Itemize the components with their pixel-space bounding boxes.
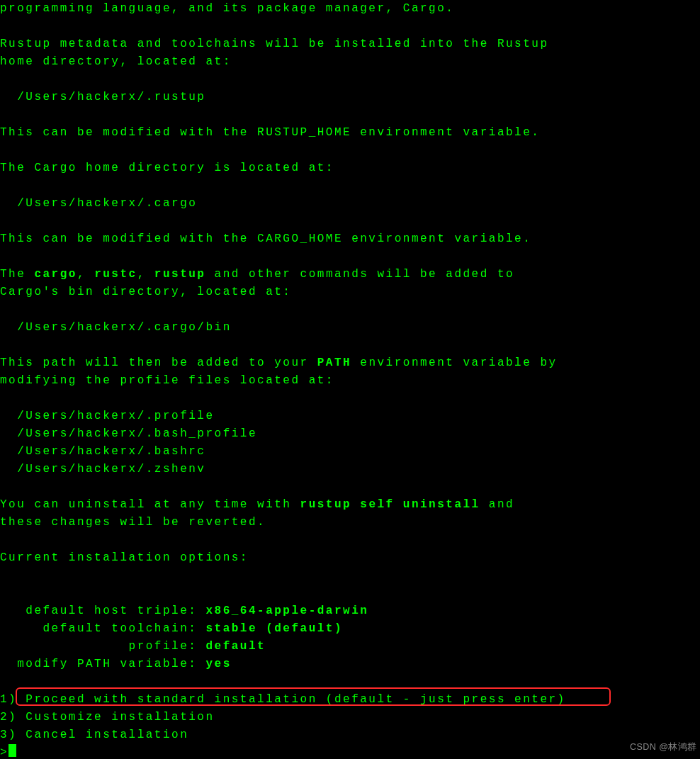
menu-option-3-cancel[interactable]: 3) Cancel installation <box>0 729 188 741</box>
options-header: Current installation options: <box>0 551 249 564</box>
rustup-home-path: /Users/hackerx/.rustup <box>0 91 205 103</box>
intro-line: This can be modified with the CARGO_HOME… <box>0 232 531 245</box>
toolchain-value: stable (default) <box>205 622 343 635</box>
option-row: profile: default <box>0 640 266 653</box>
modify-path-value: yes <box>205 658 231 670</box>
uninstall-cmd: rustup self uninstall <box>300 498 480 511</box>
profile-file: /Users/hackerx/.bashrc <box>0 445 205 458</box>
cmd-rustc: rustc <box>94 268 137 281</box>
profile-file: /Users/hackerx/.bash_profile <box>0 427 257 440</box>
cargo-bin-path: /Users/hackerx/.cargo/bin <box>0 321 232 334</box>
commands-line: Cargo's bin directory, located at: <box>0 286 291 298</box>
profile-file: /Users/hackerx/.profile <box>0 410 215 422</box>
cmd-rustup: rustup <box>154 268 206 281</box>
cmd-cargo: cargo <box>34 268 77 281</box>
intro-line: The Cargo home directory is located at: <box>0 162 334 174</box>
host-triple-value: x86_64-apple-darwin <box>205 605 368 617</box>
uninstall-line: these changes will be reverted. <box>0 516 266 529</box>
menu-option-1-proceed[interactable]: 1) Proceed with standard installation (d… <box>0 693 566 706</box>
intro-line: This can be modified with the RUSTUP_HOM… <box>0 126 540 139</box>
option-row: modify PATH variable: yes <box>0 658 232 670</box>
path-line: modifying the profile files located at: <box>0 374 334 387</box>
option-row: default toolchain: stable (default) <box>0 622 343 635</box>
option-row: default host triple: x86_64-apple-darwin <box>0 605 368 617</box>
path-line: This path will then be added to your PAT… <box>0 356 558 369</box>
menu-option-2-customize[interactable]: 2) Customize installation <box>0 711 215 724</box>
uninstall-line: You can uninstall at any time with rustu… <box>0 498 514 511</box>
watermark-text: CSDN @林鸿群 <box>630 738 697 756</box>
intro-line: programming language, and its package ma… <box>0 2 454 15</box>
prompt-char: > <box>0 746 9 759</box>
path-var: PATH <box>317 356 351 369</box>
intro-line: home directory, located at: <box>0 55 232 68</box>
cargo-home-path: /Users/hackerx/.cargo <box>0 197 197 210</box>
profile-value: default <box>205 640 266 653</box>
profile-file: /Users/hackerx/.zshenv <box>0 463 205 476</box>
terminal-output: programming language, and its package ma… <box>0 0 700 759</box>
commands-line: The cargo, rustc, rustup and other comma… <box>0 268 514 281</box>
intro-line: Rustup metadata and toolchains will be i… <box>0 38 549 50</box>
cursor-icon[interactable] <box>9 744 16 757</box>
